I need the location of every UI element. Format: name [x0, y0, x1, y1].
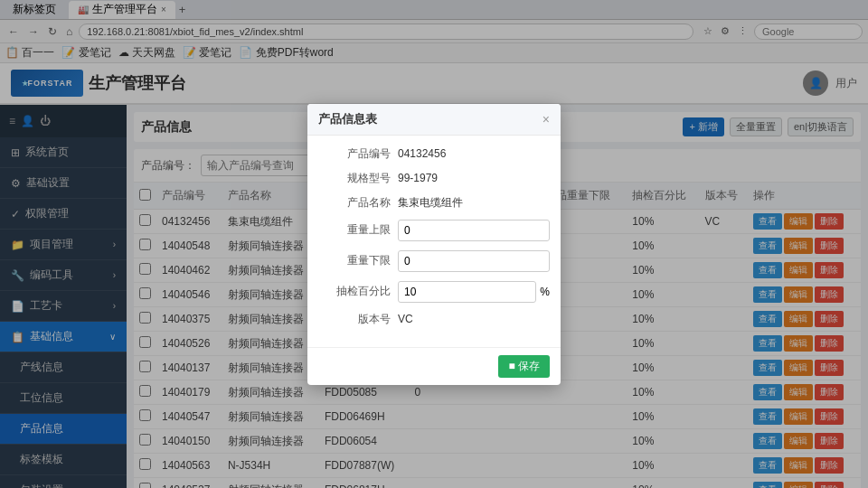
- field-value-product-name: 集束电缆组件: [398, 195, 463, 211]
- product-info-modal: 产品信息表 × 产品编号 04132456 规格型号 99-1979 产品名称 …: [307, 104, 561, 385]
- field-label-weight-max: 重量上限: [318, 222, 391, 238]
- field-label-product-id: 产品编号: [318, 146, 391, 162]
- ratio-input[interactable]: [398, 281, 536, 303]
- weight-min-input[interactable]: [398, 250, 550, 272]
- form-row-product-id: 产品编号 04132456: [318, 146, 550, 162]
- field-value-version: VC: [398, 313, 413, 325]
- field-label-weight-min: 重量下限: [318, 253, 391, 268]
- form-row-version: 版本号 VC: [318, 312, 550, 327]
- field-label-product-name: 产品名称: [318, 195, 391, 211]
- modal-close-button[interactable]: ×: [542, 112, 550, 127]
- form-row-weight-max: 重量上限: [318, 220, 550, 241]
- form-row-model: 规格型号 99-1979: [318, 171, 550, 186]
- modal-body: 产品编号 04132456 规格型号 99-1979 产品名称 集束电缆组件 重…: [307, 136, 561, 347]
- field-value-model: 99-1979: [398, 172, 438, 184]
- form-row-product-name: 产品名称 集束电缆组件: [318, 195, 550, 211]
- save-button[interactable]: ■ 保存: [498, 355, 550, 378]
- modal-title: 产品信息表: [318, 111, 377, 127]
- weight-max-input[interactable]: [398, 220, 550, 241]
- field-label-version: 版本号: [318, 312, 391, 327]
- modal-header: 产品信息表 ×: [307, 104, 561, 136]
- ratio-unit: %: [540, 286, 550, 298]
- modal-overlay: 产品信息表 × 产品编号 04132456 规格型号 99-1979 产品名称 …: [0, 0, 868, 488]
- field-label-model: 规格型号: [318, 171, 391, 186]
- ratio-input-group: %: [398, 281, 550, 303]
- field-label-ratio: 抽检百分比: [318, 284, 391, 299]
- field-value-product-id: 04132456: [398, 147, 446, 160]
- form-row-ratio: 抽检百分比 %: [318, 281, 550, 303]
- form-row-weight-min: 重量下限: [318, 250, 550, 272]
- modal-footer: ■ 保存: [307, 347, 561, 385]
